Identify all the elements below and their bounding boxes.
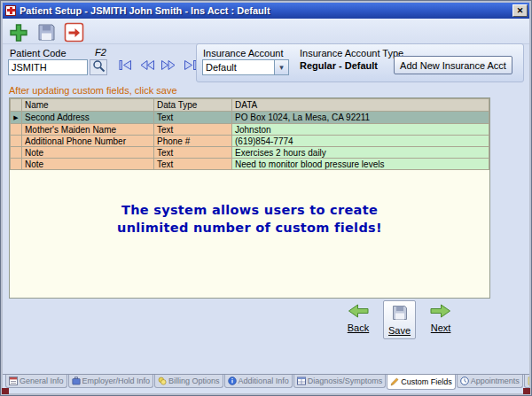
record-nav-buttons: Back Save Next	[342, 300, 457, 339]
tab-general-info[interactable]: General Info	[5, 375, 67, 388]
annotation-line-1: The system allows users to create	[10, 201, 489, 219]
record-navigator	[116, 58, 199, 74]
cell-name[interactable]: Note	[22, 159, 154, 170]
grid-col-data[interactable]: DATA	[232, 99, 489, 112]
tab-label: Employer/Hold Info	[82, 377, 151, 385]
window-title: Patient Setup - JSMITH John Smith - Ins …	[20, 5, 512, 16]
row-selector-cell[interactable]	[11, 136, 22, 147]
next-record-button[interactable]	[159, 58, 177, 74]
cell-data[interactable]: PO Box 1024, La Mesa, CA 92211	[232, 112, 489, 124]
briefcase-icon	[72, 377, 81, 385]
tab-label: Billing Options	[168, 377, 220, 385]
cell-name[interactable]: Mother's Maiden Name	[22, 124, 154, 136]
grid-row[interactable]: Mother's Maiden NameTextJohnston	[11, 124, 489, 136]
add-record-button[interactable]	[6, 21, 31, 46]
tab-billing-options[interactable]: Billing Options	[154, 375, 223, 388]
grid-header-row: NameData TypeDATA	[11, 99, 489, 112]
tab-diagnosis-symptoms[interactable]: Diagnosis/Symptoms	[293, 375, 387, 388]
clock-icon	[460, 377, 469, 385]
cell-data[interactable]: (619)854-7774	[232, 136, 489, 147]
save-toolbar-button[interactable]	[34, 21, 59, 46]
tab-appointments[interactable]: Appointments	[457, 375, 523, 388]
save-button-label: Save	[388, 325, 411, 336]
close-button[interactable]: ✕	[512, 4, 528, 17]
grid-col-name[interactable]: Name	[22, 99, 154, 112]
cell-name[interactable]: Note	[22, 147, 154, 159]
save-exit-button[interactable]	[61, 21, 86, 46]
insurance-account-label: Insurance Account	[203, 48, 284, 58]
cell-data[interactable]: Johnston	[232, 124, 489, 136]
next-record-icon	[160, 59, 176, 74]
info-icon	[228, 377, 237, 385]
search-icon	[92, 59, 106, 75]
tab-label: General Info	[20, 377, 64, 385]
grid-col-data-type[interactable]: Data Type	[154, 99, 232, 112]
frame-corner-decor-right	[523, 388, 530, 394]
row-selector-cell[interactable]	[11, 124, 22, 136]
cell-type[interactable]: Phone #	[154, 136, 232, 147]
custom-fields-notice: After updating custom fields, click save	[9, 85, 177, 96]
annotation-line-2: unlimited number of custom fields!	[10, 219, 489, 237]
patient-code-label: Patient Code	[10, 48, 66, 58]
first-record-button[interactable]	[116, 58, 135, 74]
app-icon	[5, 5, 16, 16]
coins-icon	[158, 377, 167, 385]
tab-label: Custom Fields	[401, 377, 452, 386]
tab-label: Additional Info	[239, 377, 289, 385]
back-button-label: Back	[348, 322, 369, 333]
next-button[interactable]: Next	[425, 300, 457, 336]
previous-record-icon	[139, 59, 155, 74]
tab-patient-notes[interactable]: Patient Notes	[524, 375, 529, 388]
add-record-icon	[8, 22, 29, 46]
row-selector-cell[interactable]	[11, 147, 22, 159]
cell-data[interactable]: Need to monitor blood pressure levels	[232, 159, 489, 170]
save-icon	[36, 22, 57, 45]
cell-name[interactable]: Second Address	[22, 112, 154, 124]
cell-type[interactable]: Text	[154, 147, 232, 159]
grid-row[interactable]: Additional Phone NumberPhone #(619)854-7…	[11, 136, 489, 147]
add-new-insurance-acct-button[interactable]: Add New Insurance Acct	[394, 56, 512, 74]
note-icon	[528, 377, 529, 385]
annotation-text: The system allows users to create unlimi…	[10, 201, 489, 237]
insurance-account-dropdown[interactable]: Default	[202, 59, 289, 75]
insurance-account-value: Default	[203, 60, 274, 74]
custom-fields-grid: NameData TypeDATA ▶Second AddressTextPO …	[9, 97, 490, 299]
row-selector-cell[interactable]: ▶	[11, 112, 22, 124]
title-bar: Patient Setup - JSMITH John Smith - Ins …	[3, 3, 529, 19]
tab-custom-fields[interactable]: Custom Fields	[387, 375, 456, 390]
save-exit-icon	[64, 22, 84, 45]
table-icon	[297, 377, 306, 385]
save-button[interactable]: Save	[383, 300, 416, 339]
grid-row[interactable]: NoteTextNeed to monitor blood pressure l…	[11, 159, 489, 170]
cell-type[interactable]: Text	[154, 124, 232, 136]
grid-body: ▶Second AddressTextPO Box 1024, La Mesa,…	[11, 112, 489, 170]
cell-data[interactable]: Exercises 2 hours daily	[232, 147, 489, 159]
cell-type[interactable]: Text	[154, 112, 232, 124]
tab-additional-info[interactable]: Additional Info	[224, 375, 293, 388]
cell-type[interactable]: Text	[154, 159, 232, 170]
next-button-label: Next	[431, 322, 451, 333]
shortcut-label: F2	[95, 47, 106, 58]
tab-label: Diagnosis/Symptoms	[308, 377, 383, 385]
back-arrow-icon	[347, 303, 370, 321]
last-record-icon	[182, 59, 198, 74]
search-button[interactable]	[90, 59, 107, 75]
patient-setup-window: Patient Setup - JSMITH John Smith - Ins …	[0, 0, 532, 396]
insurance-account-type-value: Regular - Default	[300, 60, 378, 71]
patient-code-input[interactable]	[8, 59, 88, 75]
next-arrow-icon	[429, 303, 452, 321]
previous-record-button[interactable]	[137, 58, 156, 74]
save-disk-icon	[391, 304, 409, 323]
tab-bar: General InfoEmployer/Hold InfoBilling Op…	[3, 374, 529, 392]
row-selector-cell[interactable]	[11, 159, 22, 170]
grid-row[interactable]: ▶Second AddressTextPO Box 1024, La Mesa,…	[11, 112, 489, 124]
cell-name[interactable]: Additional Phone Number	[22, 136, 154, 147]
chevron-down-icon[interactable]	[274, 60, 288, 74]
back-button[interactable]: Back	[342, 300, 374, 336]
tab-employer-hold-info[interactable]: Employer/Hold Info	[68, 375, 154, 388]
pencil-icon	[390, 377, 399, 386]
grid-row[interactable]: NoteTextExercises 2 hours daily	[11, 147, 489, 159]
window-body: Patient Setup - JSMITH John Smith - Ins …	[3, 3, 529, 393]
tab-label: Appointments	[471, 377, 520, 385]
first-record-icon	[118, 59, 134, 74]
